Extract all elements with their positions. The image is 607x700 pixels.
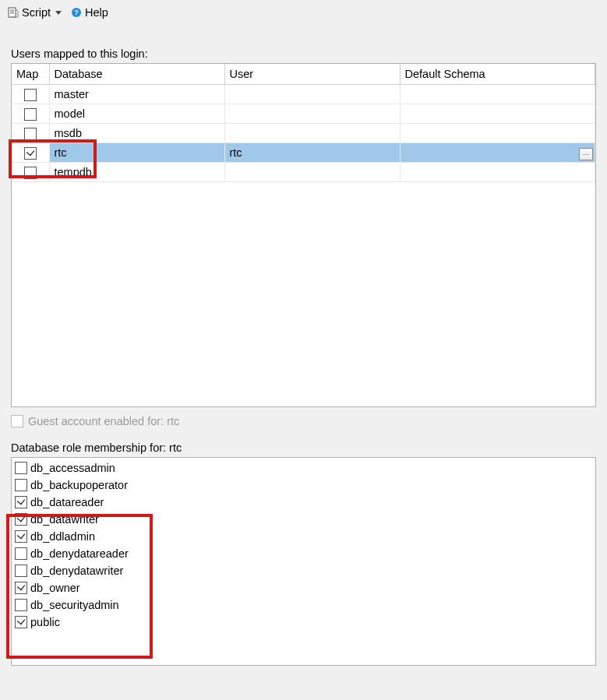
grid-header-row: Map Database User Default Schema <box>12 64 595 85</box>
roles-label: Database role membership for: rtc <box>11 441 596 454</box>
roles-list[interactable]: db_accessadmindb_backupoperatordb_datare… <box>11 457 596 666</box>
role-checkbox[interactable] <box>15 462 27 474</box>
role-checkbox[interactable] <box>15 547 27 560</box>
table-row[interactable]: model <box>12 104 595 124</box>
map-checkbox[interactable] <box>24 147 37 160</box>
role-label: db_datareader <box>30 496 104 508</box>
role-label: db_datawriter <box>30 513 99 526</box>
schema-cell[interactable] <box>400 104 595 124</box>
role-label: db_securityadmin <box>30 599 119 611</box>
map-checkbox[interactable] <box>24 89 37 101</box>
role-item[interactable]: db_datareader <box>12 494 595 511</box>
svg-rect-0 <box>9 8 16 17</box>
role-label: db_denydatareader <box>30 547 129 560</box>
help-label: Help <box>85 6 108 19</box>
col-default-schema[interactable]: Default Schema <box>400 64 595 85</box>
table-row[interactable]: master <box>12 85 595 104</box>
col-map[interactable]: Map <box>12 64 49 85</box>
role-label: db_denydatawriter <box>30 565 123 577</box>
map-checkbox[interactable] <box>24 167 37 179</box>
database-cell[interactable]: tempdb <box>49 163 224 182</box>
role-checkbox[interactable] <box>15 479 27 491</box>
database-cell[interactable]: master <box>49 85 224 104</box>
database-cell[interactable]: rtc <box>49 143 224 163</box>
role-item[interactable]: db_datawriter <box>12 511 595 528</box>
users-mapped-grid[interactable]: Map Database User Default Schema masterm… <box>11 63 596 407</box>
user-cell[interactable] <box>224 104 400 124</box>
role-item[interactable]: db_backupoperator <box>12 477 595 494</box>
schema-cell[interactable] <box>400 163 595 182</box>
schema-cell[interactable] <box>400 85 595 104</box>
script-button[interactable]: Script <box>5 5 65 20</box>
dropdown-arrow-icon <box>55 11 62 15</box>
role-label: db_backupoperator <box>30 479 128 491</box>
role-label: public <box>30 616 60 628</box>
role-checkbox[interactable] <box>15 513 27 526</box>
schema-cell[interactable]: … <box>400 143 595 163</box>
user-cell[interactable] <box>224 124 400 143</box>
database-cell[interactable]: model <box>49 104 224 124</box>
role-label: db_accessadmin <box>30 462 115 474</box>
role-item[interactable]: public <box>12 614 595 631</box>
help-button[interactable]: ? Help <box>68 5 111 20</box>
user-cell[interactable]: rtc <box>224 143 400 163</box>
guest-checkbox <box>11 415 23 427</box>
map-checkbox[interactable] <box>24 108 37 121</box>
role-checkbox[interactable] <box>15 530 27 543</box>
role-label: db_owner <box>30 582 80 594</box>
role-checkbox[interactable] <box>15 565 27 577</box>
schema-browse-button[interactable]: … <box>579 148 593 160</box>
role-checkbox[interactable] <box>15 496 27 508</box>
role-item[interactable]: db_owner <box>12 579 595 596</box>
guest-label: Guest account enabled for: rtc <box>28 415 179 427</box>
role-item[interactable]: db_denydatawriter <box>12 562 595 579</box>
role-item[interactable]: db_securityadmin <box>12 596 595 614</box>
role-checkbox[interactable] <box>15 616 27 628</box>
role-item[interactable]: db_denydatareader <box>12 545 595 562</box>
map-checkbox[interactable] <box>24 128 37 140</box>
users-mapped-label: Users mapped to this login: <box>11 47 596 60</box>
role-label: db_ddladmin <box>30 530 95 543</box>
toolbar: Script ? Help <box>0 0 607 26</box>
role-item[interactable]: db_ddladmin <box>12 528 595 545</box>
col-user[interactable]: User <box>224 64 400 85</box>
role-checkbox[interactable] <box>15 582 27 594</box>
guest-account-row: Guest account enabled for: rtc <box>11 415 596 427</box>
svg-text:?: ? <box>74 9 79 16</box>
col-database[interactable]: Database <box>49 64 224 85</box>
database-cell[interactable]: msdb <box>49 124 224 143</box>
schema-cell[interactable] <box>400 124 595 143</box>
table-row[interactable]: rtcrtc… <box>12 143 595 163</box>
script-label: Script <box>22 6 51 19</box>
user-cell[interactable] <box>224 163 400 182</box>
table-row[interactable]: tempdb <box>12 163 595 182</box>
help-icon: ? <box>71 7 82 18</box>
script-icon <box>8 7 19 18</box>
role-item[interactable]: db_accessadmin <box>12 459 595 477</box>
user-cell[interactable] <box>224 85 400 104</box>
table-row[interactable]: msdb <box>12 124 595 143</box>
role-checkbox[interactable] <box>15 599 27 611</box>
